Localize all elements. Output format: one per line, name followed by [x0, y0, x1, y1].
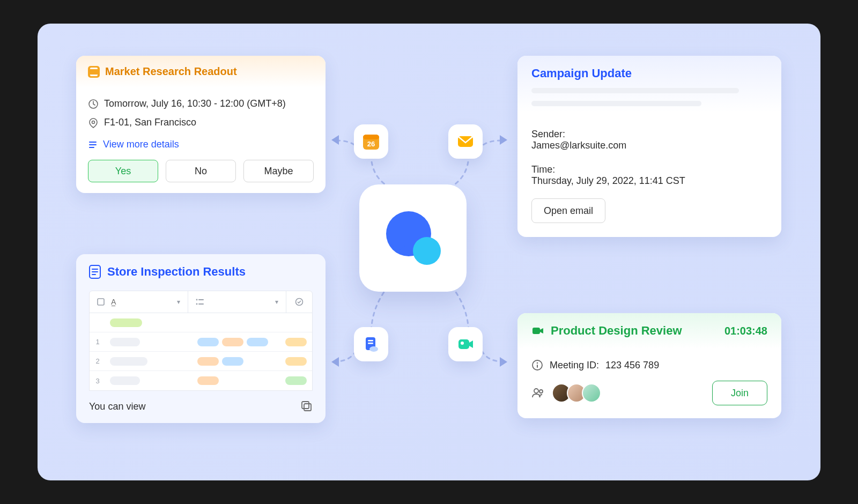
svg-rect-3: [363, 135, 379, 139]
docs-node[interactable]: [354, 327, 388, 361]
svg-point-28: [539, 390, 543, 393]
rsvp-yes-button[interactable]: Yes: [88, 160, 158, 182]
rsvp-maybe-button[interactable]: Maybe: [243, 160, 314, 182]
mail-icon: [456, 132, 475, 151]
sender-value: James@larksuite.com: [531, 140, 767, 151]
copy-icon[interactable]: [301, 401, 313, 412]
document-list-icon: [89, 265, 101, 279]
meeting-duration: 01:03:48: [724, 325, 767, 337]
calendar-node[interactable]: 26: [354, 124, 388, 159]
calendar-icon: [88, 66, 100, 78]
chevron-down-icon: ▾: [177, 298, 180, 306]
column-header-cell[interactable]: A̲ ▾: [90, 291, 188, 313]
mail-node[interactable]: [448, 124, 483, 159]
meeting-id-value: 123 456 789: [605, 360, 659, 371]
calendar-icon: 26: [362, 132, 380, 151]
location-icon: [88, 117, 99, 128]
time-label: Time:: [531, 164, 767, 175]
app-canvas: 26 Market Research Readout: [38, 24, 820, 480]
chevron-down-icon: ▾: [275, 298, 278, 306]
svg-text:26: 26: [367, 140, 375, 148]
svg-point-11: [461, 342, 464, 345]
svg-rect-26: [537, 365, 538, 368]
permission-text: You can view: [89, 401, 145, 412]
chat-bubble-icon: [381, 206, 445, 270]
column-header-cell[interactable]: ▾: [188, 291, 287, 313]
sender-label: Sender:: [531, 129, 767, 140]
email-preview-line: [531, 101, 701, 106]
svg-rect-10: [458, 339, 469, 349]
svg-point-9: [369, 346, 378, 352]
checkbox-icon: [97, 298, 105, 306]
rsvp-no-button[interactable]: No: [166, 160, 236, 182]
video-camera-icon: [531, 324, 544, 337]
svg-rect-19: [198, 303, 204, 305]
messenger-hub: [359, 184, 467, 292]
document-card: Store Inspection Results A̲ ▾ ▾: [76, 254, 326, 423]
avatar: [582, 383, 601, 403]
check-circle-icon: [295, 298, 304, 306]
svg-point-1: [413, 237, 441, 265]
svg-point-18: [196, 303, 197, 305]
join-meeting-button[interactable]: Join: [712, 381, 767, 405]
clock-icon: [88, 99, 99, 109]
video-icon: [456, 335, 475, 353]
time-value: Thursday, July 29, 2022, 11:41 CST: [531, 175, 767, 187]
meeting-card: Product Design Review 01:03:48 Meeting I…: [517, 313, 781, 418]
view-more-link[interactable]: View more details: [88, 139, 314, 150]
event-location: F1-01, San Francisco: [104, 117, 196, 128]
column-header-cell[interactable]: [286, 291, 312, 313]
svg-rect-7: [368, 340, 373, 341]
participants-icon: [531, 387, 544, 399]
info-icon: [531, 359, 543, 371]
meeting-id-label: Meeting ID:: [550, 360, 599, 371]
open-email-button[interactable]: Open email: [531, 198, 605, 223]
event-datetime: Tomorrow, July 16, 10:30 - 12:00 (GMT+8): [104, 98, 286, 109]
event-title: Market Research Readout: [105, 65, 237, 78]
svg-point-27: [534, 389, 538, 393]
connector-arrow-icon: [331, 357, 339, 367]
svg-point-25: [537, 362, 538, 364]
email-card: Campaign Update Sender: James@larksuite.…: [517, 56, 781, 237]
email-subject: Campaign Update: [531, 66, 767, 80]
document-title: Store Inspection Results: [107, 265, 246, 279]
svg-rect-22: [302, 402, 309, 409]
connector-arrow-icon: [331, 135, 339, 145]
meeting-title: Product Design Review: [551, 324, 682, 338]
svg-rect-21: [304, 404, 311, 411]
svg-rect-8: [368, 343, 373, 344]
svg-rect-23: [532, 328, 540, 334]
calendar-event-card: Market Research Readout Tomorrow, July 1…: [76, 56, 326, 193]
connector-arrow-icon: [500, 357, 507, 367]
svg-point-13: [92, 121, 95, 123]
svg-point-16: [196, 299, 197, 301]
video-node[interactable]: [448, 327, 483, 361]
bulleted-list-icon: [196, 299, 204, 305]
svg-rect-17: [198, 299, 204, 300]
spreadsheet-preview: A̲ ▾ ▾ 1 2: [89, 291, 313, 391]
list-icon: [88, 140, 98, 150]
document-cloud-icon: [362, 335, 380, 353]
svg-rect-15: [98, 299, 104, 305]
connector-arrow-icon: [500, 135, 507, 145]
email-preview-line: [531, 88, 739, 93]
